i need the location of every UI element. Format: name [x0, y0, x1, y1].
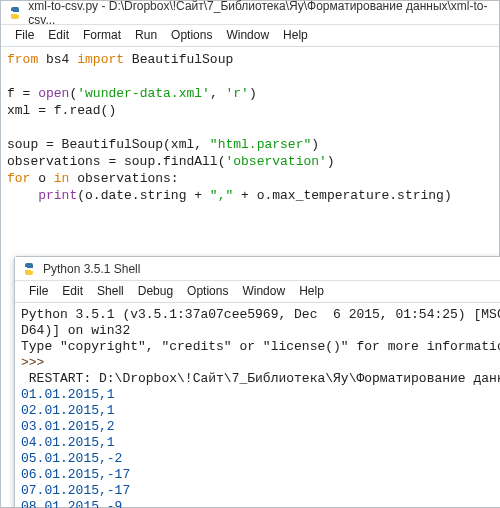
- code-token: o: [30, 171, 53, 186]
- code-token: ",": [210, 188, 233, 203]
- menu-shell[interactable]: Shell: [97, 284, 124, 298]
- shell-restart: RESTART: D:\Dropbox\!Сайт\7_Библиотека\Я…: [21, 371, 500, 386]
- shell-line: 06.01.2015,-17: [21, 467, 130, 482]
- editor-titlebar: xml-to-csv.py - D:\Dropbox\!Сайт\7_Библи…: [1, 1, 499, 25]
- menu-help[interactable]: Help: [283, 28, 308, 42]
- menu-window[interactable]: Window: [226, 28, 269, 42]
- shell-line: 02.01.2015,1: [21, 403, 115, 418]
- code-token: in: [54, 171, 70, 186]
- code-token: import: [77, 52, 124, 67]
- code-token: ): [311, 137, 319, 152]
- menu-edit[interactable]: Edit: [48, 28, 69, 42]
- python-icon: [21, 261, 37, 277]
- code-token: observations = soup.findAll(: [7, 154, 225, 169]
- shell-prompt: >>>: [21, 355, 44, 370]
- shell-window: Python 3.5.1 Shell File Edit Shell Debug…: [14, 256, 500, 508]
- code-token: 'wunder-data.xml': [77, 86, 210, 101]
- shell-line: 05.01.2015,-2: [21, 451, 122, 466]
- shell-output[interactable]: Python 3.5.1 (v3.5.1:37a07cee5969, Dec 6…: [15, 303, 500, 508]
- code-token: BeautifulSoup: [124, 52, 233, 67]
- code-token: soup = BeautifulSoup(xml,: [7, 137, 210, 152]
- shell-line: D64)] on win32: [21, 323, 130, 338]
- code-token: "html.parser": [210, 137, 311, 152]
- menu-edit[interactable]: Edit: [62, 284, 83, 298]
- code-token: + o.max_temperature.string): [233, 188, 451, 203]
- menu-options[interactable]: Options: [187, 284, 228, 298]
- shell-title: Python 3.5.1 Shell: [43, 262, 140, 276]
- code-token: observations:: [69, 171, 178, 186]
- code-token: ,: [210, 86, 226, 101]
- editor-title: xml-to-csv.py - D:\Dropbox\!Сайт\7_Библи…: [28, 0, 493, 27]
- shell-line: 01.01.2015,1: [21, 387, 115, 402]
- code-token: from: [7, 52, 38, 67]
- code-token: (o.date.string +: [77, 188, 210, 203]
- code-token: bs4: [38, 52, 77, 67]
- menu-run[interactable]: Run: [135, 28, 157, 42]
- code-token: [7, 188, 38, 203]
- code-token: print: [38, 188, 77, 203]
- shell-line: 08.01.2015,-9: [21, 499, 122, 508]
- code-token: 'observation': [225, 154, 326, 169]
- code-token: for: [7, 171, 30, 186]
- shell-line: 03.01.2015,2: [21, 419, 115, 434]
- editor-code[interactable]: from bs4 import BeautifulSoup f = open('…: [1, 47, 499, 208]
- menu-options[interactable]: Options: [171, 28, 212, 42]
- menu-help[interactable]: Help: [299, 284, 324, 298]
- shell-menubar: File Edit Shell Debug Options Window Hel…: [15, 281, 500, 303]
- code-token: 'r': [225, 86, 248, 101]
- menu-file[interactable]: File: [29, 284, 48, 298]
- code-token: ): [249, 86, 257, 101]
- shell-line: 07.01.2015,-17: [21, 483, 130, 498]
- python-icon: [7, 5, 22, 21]
- menu-file[interactable]: File: [15, 28, 34, 42]
- shell-titlebar: Python 3.5.1 Shell: [15, 257, 500, 281]
- code-token: open: [38, 86, 69, 101]
- shell-line: Python 3.5.1 (v3.5.1:37a07cee5969, Dec 6…: [21, 307, 500, 322]
- menu-debug[interactable]: Debug: [138, 284, 173, 298]
- menu-window[interactable]: Window: [242, 284, 285, 298]
- code-token: f =: [7, 86, 38, 101]
- code-token: ): [327, 154, 335, 169]
- shell-line: Type "copyright", "credits" or "license(…: [21, 339, 500, 354]
- code-token: xml = f.read(): [7, 103, 116, 118]
- menu-format[interactable]: Format: [83, 28, 121, 42]
- editor-menubar: File Edit Format Run Options Window Help: [1, 25, 499, 47]
- shell-line: 04.01.2015,1: [21, 435, 115, 450]
